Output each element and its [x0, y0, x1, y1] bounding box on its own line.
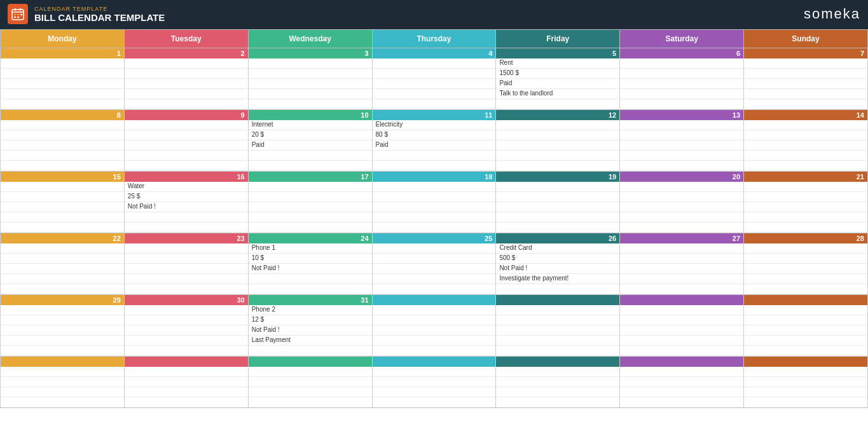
cell-line: [249, 58, 372, 69]
cell-line: [373, 387, 496, 397]
cell-saturday-week3: 20: [620, 172, 744, 233]
cell-sunday-week6: [744, 357, 868, 408]
cell-line: [1, 140, 124, 151]
cell-line: [744, 254, 867, 264]
cell-line: [1, 397, 124, 407]
date-num-19: 19: [496, 172, 619, 182]
cell-line: [496, 325, 619, 336]
cell-line: [373, 377, 496, 387]
date-num-15: 15: [1, 172, 124, 182]
cell-line: [1, 254, 124, 264]
cell-thursday-week6: [372, 357, 496, 408]
cell-friday-week4: 26Credit Card500 $Not Paid !Investigate …: [496, 233, 620, 295]
week-row-4: 222324Phone 110 $Not Paid !2526Credit Ca…: [1, 233, 868, 295]
cell-line: [1, 243, 124, 254]
date-num-14: 14: [744, 110, 867, 120]
cell-thursday-week2: 11Electricity80 $Paid: [372, 110, 496, 172]
date-num-11: 11: [373, 110, 496, 120]
cell-sunday-week3: 21: [744, 172, 868, 233]
cell-line: [496, 182, 619, 192]
cell-line: [373, 99, 496, 109]
cell-line: [125, 89, 248, 99]
cell-line: [1, 377, 124, 387]
day-header-monday: Monday: [1, 30, 125, 48]
cell-line: [1, 130, 124, 140]
cell-line: [496, 151, 619, 161]
date-num-7: 7: [744, 48, 867, 58]
cell-line: [620, 243, 743, 254]
cell-saturday-week5: [620, 295, 744, 357]
cell-line: [125, 161, 248, 171]
cell-saturday-week6: [620, 357, 744, 408]
cell-line: [1, 69, 124, 79]
cell-line: [373, 222, 496, 233]
date-num-20: 20: [620, 172, 743, 182]
cell-line: [620, 264, 743, 274]
empty-num-bar: [744, 295, 867, 305]
cell-line: Credit Card: [496, 243, 619, 254]
cell-line: Phone 1: [249, 243, 372, 254]
cell-line: [496, 99, 619, 109]
cell-line: 20 $: [249, 130, 372, 140]
cell-tuesday-week3: 16Water25 $Not Paid !: [124, 172, 248, 233]
cell-line: [249, 99, 372, 109]
cell-line: [744, 284, 867, 294]
cell-line: [373, 89, 496, 99]
cell-line: Water: [125, 182, 248, 192]
cell-line: [125, 315, 248, 325]
cell-line: [744, 315, 867, 325]
cell-line: [249, 212, 372, 222]
cell-line: [496, 140, 619, 151]
empty-num-bar: [373, 357, 496, 367]
cell-wednesday-week2: 10Internet20 $Paid: [248, 110, 372, 172]
cell-line: [125, 99, 248, 109]
cell-line: [744, 377, 867, 387]
cell-line: [373, 254, 496, 264]
cell-line: Investigate the payment!: [496, 274, 619, 284]
cell-line: [373, 397, 496, 407]
cell-line: [496, 315, 619, 325]
cell-line: [373, 284, 496, 294]
cell-line: [744, 397, 867, 407]
cell-line: [1, 336, 124, 346]
svg-rect-7: [17, 17, 19, 18]
date-num-12: 12: [496, 110, 619, 120]
cell-line: [744, 346, 867, 356]
cell-line: 25 $: [125, 192, 248, 202]
cell-line: [373, 58, 496, 69]
date-num-29: 29: [1, 295, 124, 305]
empty-num-bar: [1, 357, 124, 367]
cell-tuesday-week1: 2: [124, 48, 248, 110]
cell-line: [620, 397, 743, 407]
cell-line: [249, 79, 372, 89]
header-subtitle: CALENDAR TEMPLATE: [34, 6, 165, 12]
cell-line: [744, 325, 867, 336]
cell-sunday-week5: [744, 295, 868, 357]
cell-line: [249, 202, 372, 212]
cell-line: [373, 161, 496, 171]
header-text: CALENDAR TEMPLATE BILL CALENDAR TEMPLATE: [34, 6, 165, 23]
cell-line: [744, 130, 867, 140]
cell-line: Phone 2: [249, 305, 372, 315]
cell-line: [620, 387, 743, 397]
cell-line: [125, 130, 248, 140]
cell-line: [125, 274, 248, 284]
cell-tuesday-week6: [124, 357, 248, 408]
cell-line: [744, 120, 867, 130]
cell-line: [620, 202, 743, 212]
cell-wednesday-week3: 17: [248, 172, 372, 233]
cell-line: [496, 305, 619, 315]
date-num-4: 4: [373, 48, 496, 58]
days-header-row: MondayTuesdayWednesdayThursdayFridaySatu…: [1, 30, 868, 48]
cell-line: [1, 99, 124, 109]
cell-monday-week5: 29: [1, 295, 125, 357]
header-left: CALENDAR TEMPLATE BILL CALENDAR TEMPLATE: [8, 4, 165, 24]
cell-line: [249, 161, 372, 171]
svg-rect-3: [20, 8, 21, 11]
cell-line: [744, 336, 867, 346]
svg-rect-2: [15, 8, 16, 11]
cell-line: [125, 284, 248, 294]
cell-line: [125, 325, 248, 336]
cell-line: [496, 336, 619, 346]
cell-line: [1, 212, 124, 222]
